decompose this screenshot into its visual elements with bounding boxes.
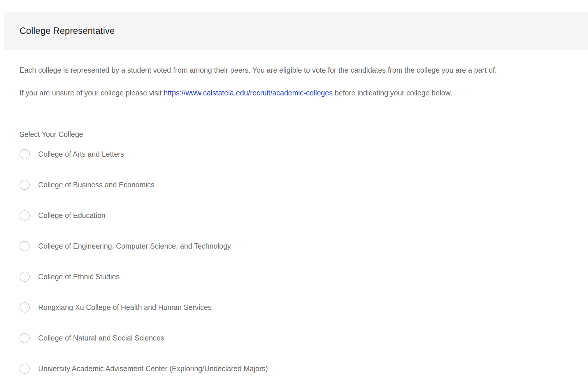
radio-option-row[interactable]: Rongxiang Xu College of Health and Human… (20, 302, 581, 313)
academic-colleges-link[interactable]: https://www.calstatela.edu/recruit/acade… (164, 89, 333, 97)
radio-button[interactable] (20, 210, 30, 221)
radio-option-label[interactable]: University Academic Advisement Center (E… (38, 363, 268, 374)
radio-button[interactable] (20, 302, 30, 313)
radio-option-row[interactable]: College of Ethnic Studies (20, 271, 581, 282)
intro-line2-prefix: If you are unsure of your college please… (20, 89, 164, 97)
radio-option-label[interactable]: College of Business and Economics (38, 179, 155, 190)
radio-option-label[interactable]: College of Ethnic Studies (38, 271, 120, 282)
radio-option-label[interactable]: College of Engineering, Computer Science… (38, 241, 231, 251)
radio-button[interactable] (20, 272, 30, 282)
radio-button[interactable] (20, 241, 30, 251)
radio-option-row[interactable]: College of Engineering, Computer Science… (20, 241, 581, 251)
radio-option-row[interactable]: College of Business and Economics (20, 179, 581, 190)
radio-option-label[interactable]: College of Natural and Social Sciences (38, 333, 164, 343)
question-header: College Representative (4, 12, 588, 50)
select-college-label: Select Your College (20, 129, 83, 139)
radio-option-row[interactable]: University Academic Advisement Center (E… (20, 363, 581, 374)
radio-option-row[interactable]: College of Arts and Letters (20, 149, 581, 159)
radio-button[interactable] (20, 364, 30, 374)
college-radio-group: College of Arts and LettersCollege of Bu… (20, 149, 581, 391)
radio-option-label[interactable]: Rongxiang Xu College of Health and Human… (38, 302, 212, 313)
radio-option-label[interactable]: College of Education (38, 210, 106, 221)
intro-line2-suffix: before indicating your college below. (333, 89, 452, 97)
radio-button[interactable] (20, 333, 30, 343)
question-title: College Representative (20, 26, 115, 36)
radio-button[interactable] (20, 180, 30, 190)
question-card: College Representative Each college is r… (4, 12, 588, 391)
radio-option-row[interactable]: College of Education (20, 210, 581, 221)
radio-option-label[interactable]: College of Arts and Letters (38, 149, 124, 159)
intro-paragraph-2: If you are unsure of your college please… (20, 88, 581, 98)
radio-option-row[interactable]: College of Natural and Social Sciences (20, 333, 581, 343)
radio-button[interactable] (20, 149, 30, 159)
intro-paragraph-1: Each college is represented by a student… (20, 65, 581, 75)
